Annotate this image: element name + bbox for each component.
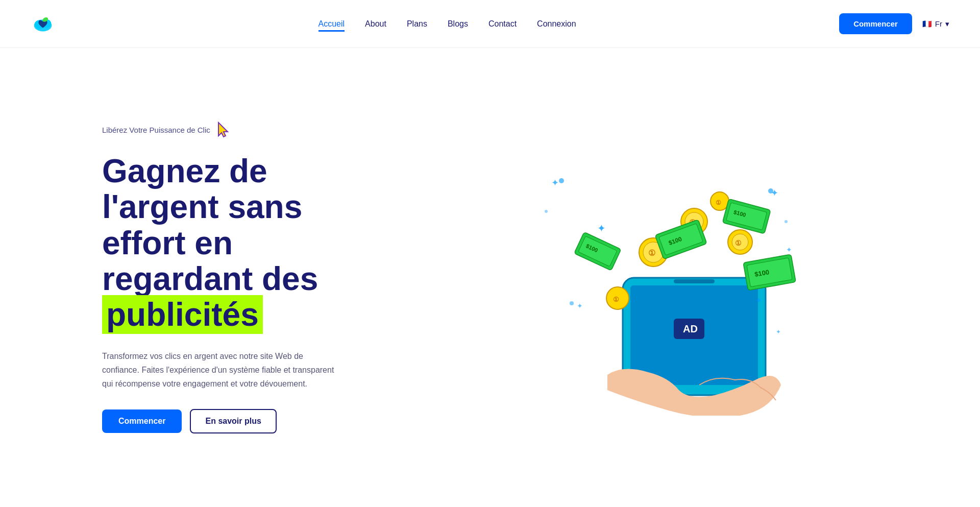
phone-money-illustration: ✦ ✦ ✦ ✦ AD ① bbox=[521, 150, 786, 405]
logo-icon bbox=[31, 12, 55, 36]
nav-link-plans[interactable]: Plans bbox=[407, 19, 427, 28]
nav-item-connexion[interactable]: Connexion bbox=[537, 19, 576, 29]
flag-icon: 🇫🇷 bbox=[922, 19, 932, 29]
nav-link-connexion[interactable]: Connexion bbox=[537, 19, 576, 28]
nav-right: Commencer 🇫🇷 Fr ▾ bbox=[839, 13, 949, 34]
nav-link-about[interactable]: About bbox=[365, 19, 386, 28]
navbar: Accueil About Plans Blogs Contact Connex… bbox=[0, 0, 980, 48]
nav-item-accueil[interactable]: Accueil bbox=[318, 19, 345, 29]
nav-link-contact[interactable]: Contact bbox=[488, 19, 517, 28]
chevron-down-icon: ▾ bbox=[945, 19, 949, 29]
svg-text:✦: ✦ bbox=[551, 178, 559, 188]
nav-links: Accueil About Plans Blogs Contact Connex… bbox=[318, 19, 576, 29]
logo[interactable] bbox=[31, 12, 55, 36]
nav-item-plans[interactable]: Plans bbox=[407, 19, 427, 29]
nav-item-blogs[interactable]: Blogs bbox=[448, 19, 468, 29]
svg-point-8 bbox=[785, 220, 788, 223]
svg-point-9 bbox=[570, 301, 574, 305]
hero-title-line4: regardant des bbox=[102, 260, 318, 297]
hero-title: Gagnez de l'argent sans effort en regard… bbox=[102, 153, 429, 333]
svg-text:①: ① bbox=[613, 296, 619, 303]
hero-title-line1: Gagnez de bbox=[102, 153, 267, 189]
hero-section: Libérez Votre Puissance de Clic Gagnez d… bbox=[0, 48, 980, 507]
hero-content: Libérez Votre Puissance de Clic Gagnez d… bbox=[102, 122, 429, 434]
hero-commencer-button[interactable]: Commencer bbox=[102, 409, 182, 433]
svg-marker-4 bbox=[218, 123, 228, 137]
lang-label: Fr bbox=[935, 19, 942, 28]
svg-text:✦: ✦ bbox=[786, 246, 792, 254]
language-selector[interactable]: 🇫🇷 Fr ▾ bbox=[922, 19, 949, 29]
svg-point-5 bbox=[559, 178, 564, 183]
hero-tagline: Libérez Votre Puissance de Clic bbox=[102, 122, 429, 139]
tagline-text: Libérez Votre Puissance de Clic bbox=[102, 126, 210, 134]
hero-title-highlight: publicités bbox=[102, 295, 263, 334]
svg-text:✦: ✦ bbox=[577, 302, 583, 310]
nav-commencer-button[interactable]: Commencer bbox=[839, 13, 912, 34]
nav-link-blogs[interactable]: Blogs bbox=[448, 19, 468, 28]
svg-text:✦: ✦ bbox=[597, 223, 606, 234]
svg-text:①: ① bbox=[648, 249, 655, 257]
cursor-icon bbox=[215, 122, 232, 139]
svg-text:①: ① bbox=[735, 239, 742, 247]
svg-text:①: ① bbox=[716, 199, 721, 206]
illustration-svg: ✦ ✦ ✦ ✦ AD ① bbox=[521, 150, 806, 416]
svg-text:✦: ✦ bbox=[755, 296, 762, 305]
svg-rect-16 bbox=[674, 279, 715, 283]
nav-link-accueil[interactable]: Accueil bbox=[318, 19, 345, 32]
hero-buttons: Commencer En savoir plus bbox=[102, 409, 429, 433]
svg-rect-36 bbox=[726, 202, 767, 230]
hero-illustration: ✦ ✦ ✦ ✦ AD ① bbox=[429, 150, 878, 405]
svg-text:✦: ✦ bbox=[771, 188, 778, 198]
hero-description: Transformez vos clics en argent avec not… bbox=[102, 349, 337, 391]
hero-title-line2: l'argent sans bbox=[102, 188, 302, 225]
svg-text:AD: AD bbox=[683, 323, 698, 334]
hero-en-savoir-button[interactable]: En savoir plus bbox=[190, 409, 276, 433]
svg-point-6 bbox=[545, 210, 548, 213]
nav-item-contact[interactable]: Contact bbox=[488, 19, 517, 29]
hero-title-line3: effort en bbox=[102, 225, 233, 261]
nav-item-about[interactable]: About bbox=[365, 19, 386, 29]
svg-text:✦: ✦ bbox=[776, 328, 781, 335]
